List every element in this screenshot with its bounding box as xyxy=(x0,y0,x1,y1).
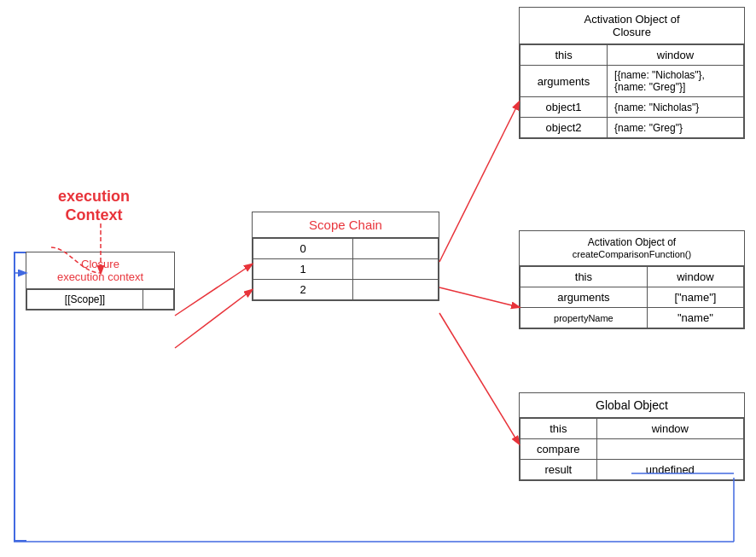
go-result-label: result xyxy=(520,460,597,480)
svg-line-8 xyxy=(175,264,252,316)
sc-index-0: 0 xyxy=(253,239,353,259)
acf-propname-label: propertyName xyxy=(520,308,648,328)
table-row: this window xyxy=(520,45,744,66)
ac-this-label: this xyxy=(520,45,608,66)
acf-propname-value: "name" xyxy=(647,308,743,328)
table-row: compare xyxy=(520,439,744,460)
closure-execution-context-box: Closureexecution context [[Scope]] xyxy=(26,252,175,310)
ac-this-value: window xyxy=(608,45,744,66)
sc-index-2: 2 xyxy=(253,280,353,300)
ac-arguments-value: [{name: "Nicholas"},{name: "Greg"}] xyxy=(608,66,744,97)
ac-object2-value: {name: "Greg"} xyxy=(608,118,744,138)
activation-closure-box: Activation Object ofClosure this window … xyxy=(519,7,745,139)
activation-closure-title: Activation Object ofClosure xyxy=(520,8,744,44)
ac-object2-label: object2 xyxy=(520,118,608,138)
scope-chain-title: Scope Chain xyxy=(253,212,439,238)
ac-object1-value: {name: "Nicholas"} xyxy=(608,97,744,118)
scope-value xyxy=(143,290,174,310)
table-row: [[Scope]] xyxy=(27,290,174,310)
acf-this-label: this xyxy=(520,267,648,287)
go-result-value: undefined xyxy=(596,460,743,480)
table-row: this window xyxy=(520,419,744,439)
go-this-label: this xyxy=(520,419,597,439)
table-row: arguments ["name"] xyxy=(520,287,744,308)
diagram-container: executionContext Closureexecution contex… xyxy=(0,0,756,557)
execution-context-label: executionContext xyxy=(58,188,130,224)
table-row: this window xyxy=(520,267,744,287)
closure-ctx-title: Closureexecution context xyxy=(26,252,174,289)
global-object-box: Global Object this window compare result… xyxy=(519,392,745,481)
acf-arguments-value: ["name"] xyxy=(647,287,743,308)
go-compare-value xyxy=(596,439,743,460)
go-this-value: window xyxy=(596,419,743,439)
svg-line-2 xyxy=(439,287,519,307)
sc-value-2 xyxy=(353,280,439,300)
acf-arguments-label: arguments xyxy=(520,287,648,308)
acf-this-value: window xyxy=(647,267,743,287)
sc-index-1: 1 xyxy=(253,259,353,280)
svg-line-0 xyxy=(175,290,252,348)
table-row: 2 xyxy=(253,280,439,300)
svg-line-1 xyxy=(439,102,519,262)
sc-value-1 xyxy=(353,259,439,280)
table-row: object2 {name: "Greg"} xyxy=(520,118,744,138)
sc-value-0 xyxy=(353,239,439,259)
table-row: arguments [{name: "Nicholas"},{name: "Gr… xyxy=(520,66,744,97)
left-bracket xyxy=(14,252,26,542)
activation-create-box: Activation Object ofcreateComparisonFunc… xyxy=(519,230,745,329)
activation-create-title: Activation Object ofcreateComparisonFunc… xyxy=(520,231,744,266)
go-compare-label: compare xyxy=(520,439,597,460)
table-row: object1 {name: "Nicholas"} xyxy=(520,97,744,118)
global-obj-title: Global Object xyxy=(520,393,744,418)
table-row: result undefined xyxy=(520,460,744,480)
scope-chain-box: Scope Chain 0 1 2 xyxy=(252,212,439,301)
ac-object1-label: object1 xyxy=(520,97,608,118)
table-row: propertyName "name" xyxy=(520,308,744,328)
scope-label: [[Scope]] xyxy=(27,290,143,310)
table-row: 0 xyxy=(253,239,439,259)
table-row: 1 xyxy=(253,259,439,280)
ac-arguments-label: arguments xyxy=(520,66,608,97)
svg-line-3 xyxy=(439,313,519,444)
